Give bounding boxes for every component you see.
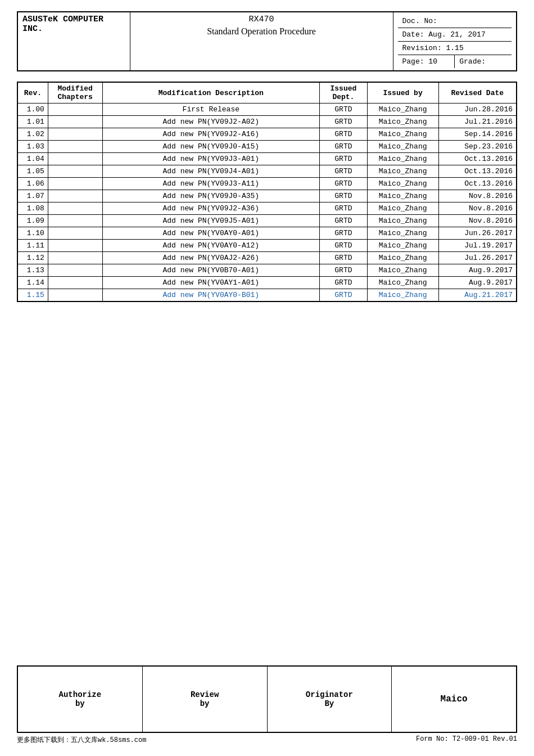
company-cell: ASUSTeK COMPUTER INC. [17, 12, 130, 71]
table-row: 1.12Add new PN(YV0AJ2-A26)GRTDMaico_Zhan… [17, 252, 517, 264]
table-row: 1.07Add new PN(YV09J0-A35)GRTDMaico_Zhan… [17, 190, 517, 202]
table-row: 1.08Add new PN(YV09J2-A36)GRTDMaico_Zhan… [17, 202, 517, 215]
table-row: 1.00First ReleaseGRTDMaico_ZhangJun.28.2… [17, 104, 517, 116]
table-row: 1.01Add new PN(YV09J2-A02)GRTDMaico_Zhan… [17, 116, 517, 128]
title-cell: RX470 Standard Operation Procedure [130, 12, 393, 71]
originator-cell: OriginatorBy [268, 667, 392, 732]
col-by: Issued by [367, 82, 438, 104]
company-name: ASUSTeK COMPUTER INC. [22, 15, 103, 34]
bottom-left: 更多图纸下载到：五八文库wk.58sms.com [17, 735, 146, 745]
col-date: Revised Date [438, 82, 517, 104]
doc-date: Date: Aug. 21, 2017 [398, 28, 512, 42]
table-row: 1.03Add new PN(YV09J0-A15)GRTDMaico_Zhan… [17, 141, 517, 153]
table-row: 1.04Add new PN(YV09J3-A01)GRTDMaico_Zhan… [17, 153, 517, 165]
bottom-right: Form No: T2-009-01 Rev.01 [416, 735, 517, 745]
col-mod: ModifiedChapters [48, 82, 102, 104]
table-row: 1.02Add new PN(YV09J2-A16)GRTDMaico_Zhan… [17, 128, 517, 141]
table-row: 1.05Add new PN(YV09J4-A01)GRTDMaico_Zhan… [17, 165, 517, 178]
originator-label: OriginatorBy [306, 690, 353, 708]
col-desc: Modification Description [102, 82, 320, 104]
col-dept: IssuedDept. [320, 82, 368, 104]
authorize-cell: Authorizeby [18, 667, 143, 732]
page-grade-row: Page: 10 Grade: [398, 55, 512, 68]
table-row: 1.15Add new PN(YV0AY0-B01)GRTDMaico_Zhan… [17, 289, 517, 302]
review-label: Reviewby [191, 690, 219, 708]
table-row: 1.11Add new PN(YV0AY0-A12)GRTDMaico_Zhan… [17, 240, 517, 252]
grade-info: Grade: [455, 55, 512, 68]
table-row: 1.10Add new PN(YV0AY0-A01)GRTDMaico_Zhan… [17, 227, 517, 240]
col-rev: Rev. [17, 82, 48, 104]
review-cell: Reviewby [143, 667, 268, 732]
originator-value: Maico [441, 694, 468, 704]
table-row: 1.14Add new PN(YV0AY1-A01)GRTDMaico_Zhan… [17, 277, 517, 289]
authorize-label: Authorizeby [59, 690, 102, 708]
header-table: ASUSTeK COMPUTER INC. RX470 Standard Ope… [17, 11, 517, 71]
revision-table: Rev. ModifiedChapters Modification Descr… [17, 82, 517, 302]
table-row: 1.13Add new PN(YV0B70-A01)GRTDMaico_Zhan… [17, 264, 517, 277]
bottom-note: 更多图纸下载到：五八文库wk.58sms.com Form No: T2-009… [17, 735, 517, 745]
doc-id: RX470 [135, 15, 388, 24]
originator-value-cell: Maico [392, 667, 516, 732]
table-row: 1.06Add new PN(YV09J3-A11)GRTDMaico_Zhan… [17, 178, 517, 190]
doc-revision: Revision: 1.15 [398, 42, 512, 55]
footer-area: Authorizeby Reviewby OriginatorBy Maico [17, 665, 517, 733]
doc-no: Doc. No: [398, 15, 512, 28]
table-row: 1.09Add new PN(YV09J5-A01)GRTDMaico_Zhan… [17, 215, 517, 227]
doc-subtitle: Standard Operation Procedure [135, 26, 388, 37]
page-info: Page: 10 [398, 55, 455, 68]
info-cell: Doc. No: Date: Aug. 21, 2017 Revision: 1… [393, 12, 517, 71]
